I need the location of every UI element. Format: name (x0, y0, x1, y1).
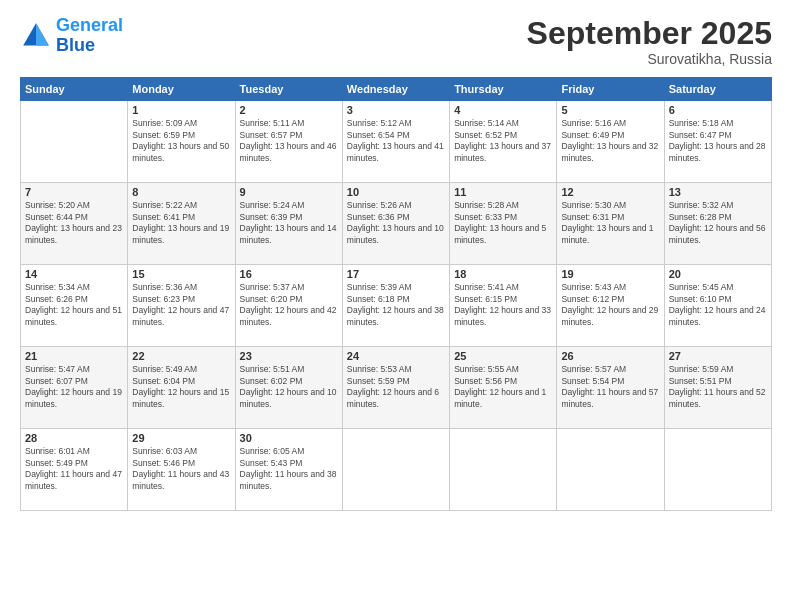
header-row: Sunday Monday Tuesday Wednesday Thursday… (21, 78, 772, 101)
day-info: Sunrise: 5:30 AM Sunset: 6:31 PM Dayligh… (561, 200, 659, 246)
day-number: 19 (561, 268, 659, 280)
day-info: Sunrise: 5:47 AM Sunset: 6:07 PM Dayligh… (25, 364, 123, 410)
day-info: Sunrise: 5:45 AM Sunset: 6:10 PM Dayligh… (669, 282, 767, 328)
day-info: Sunrise: 5:55 AM Sunset: 5:56 PM Dayligh… (454, 364, 552, 410)
calendar-day (664, 429, 771, 511)
calendar-day: 10Sunrise: 5:26 AM Sunset: 6:36 PM Dayli… (342, 183, 449, 265)
day-info: Sunrise: 5:16 AM Sunset: 6:49 PM Dayligh… (561, 118, 659, 164)
day-number: 6 (669, 104, 767, 116)
calendar-day: 28Sunrise: 6:01 AM Sunset: 5:49 PM Dayli… (21, 429, 128, 511)
day-info: Sunrise: 6:01 AM Sunset: 5:49 PM Dayligh… (25, 446, 123, 492)
day-info: Sunrise: 5:53 AM Sunset: 5:59 PM Dayligh… (347, 364, 445, 410)
day-number: 24 (347, 350, 445, 362)
day-info: Sunrise: 5:12 AM Sunset: 6:54 PM Dayligh… (347, 118, 445, 164)
calendar-day: 14Sunrise: 5:34 AM Sunset: 6:26 PM Dayli… (21, 265, 128, 347)
day-number: 25 (454, 350, 552, 362)
day-number: 28 (25, 432, 123, 444)
calendar-day: 25Sunrise: 5:55 AM Sunset: 5:56 PM Dayli… (450, 347, 557, 429)
day-number: 23 (240, 350, 338, 362)
day-number: 18 (454, 268, 552, 280)
day-number: 29 (132, 432, 230, 444)
day-number: 22 (132, 350, 230, 362)
calendar-day: 18Sunrise: 5:41 AM Sunset: 6:15 PM Dayli… (450, 265, 557, 347)
calendar-week-5: 28Sunrise: 6:01 AM Sunset: 5:49 PM Dayli… (21, 429, 772, 511)
day-number: 10 (347, 186, 445, 198)
day-number: 1 (132, 104, 230, 116)
day-info: Sunrise: 6:03 AM Sunset: 5:46 PM Dayligh… (132, 446, 230, 492)
day-info: Sunrise: 5:22 AM Sunset: 6:41 PM Dayligh… (132, 200, 230, 246)
month-title: September 2025 (527, 16, 772, 51)
day-info: Sunrise: 5:37 AM Sunset: 6:20 PM Dayligh… (240, 282, 338, 328)
header: General Blue September 2025 Surovatikha,… (20, 16, 772, 67)
calendar-day: 20Sunrise: 5:45 AM Sunset: 6:10 PM Dayli… (664, 265, 771, 347)
day-info: Sunrise: 5:43 AM Sunset: 6:12 PM Dayligh… (561, 282, 659, 328)
calendar-day: 30Sunrise: 6:05 AM Sunset: 5:43 PM Dayli… (235, 429, 342, 511)
day-number: 12 (561, 186, 659, 198)
day-info: Sunrise: 5:39 AM Sunset: 6:18 PM Dayligh… (347, 282, 445, 328)
col-sunday: Sunday (21, 78, 128, 101)
col-tuesday: Tuesday (235, 78, 342, 101)
calendar-day: 19Sunrise: 5:43 AM Sunset: 6:12 PM Dayli… (557, 265, 664, 347)
calendar-day: 5Sunrise: 5:16 AM Sunset: 6:49 PM Daylig… (557, 101, 664, 183)
calendar-day: 26Sunrise: 5:57 AM Sunset: 5:54 PM Dayli… (557, 347, 664, 429)
day-number: 16 (240, 268, 338, 280)
calendar-week-1: 1Sunrise: 5:09 AM Sunset: 6:59 PM Daylig… (21, 101, 772, 183)
day-info: Sunrise: 5:24 AM Sunset: 6:39 PM Dayligh… (240, 200, 338, 246)
day-number: 8 (132, 186, 230, 198)
calendar-day: 16Sunrise: 5:37 AM Sunset: 6:20 PM Dayli… (235, 265, 342, 347)
day-number: 17 (347, 268, 445, 280)
day-info: Sunrise: 5:20 AM Sunset: 6:44 PM Dayligh… (25, 200, 123, 246)
day-info: Sunrise: 5:49 AM Sunset: 6:04 PM Dayligh… (132, 364, 230, 410)
day-info: Sunrise: 5:51 AM Sunset: 6:02 PM Dayligh… (240, 364, 338, 410)
calendar-day: 1Sunrise: 5:09 AM Sunset: 6:59 PM Daylig… (128, 101, 235, 183)
calendar-day: 2Sunrise: 5:11 AM Sunset: 6:57 PM Daylig… (235, 101, 342, 183)
calendar-week-3: 14Sunrise: 5:34 AM Sunset: 6:26 PM Dayli… (21, 265, 772, 347)
day-number: 3 (347, 104, 445, 116)
calendar-day: 29Sunrise: 6:03 AM Sunset: 5:46 PM Dayli… (128, 429, 235, 511)
day-number: 5 (561, 104, 659, 116)
day-number: 20 (669, 268, 767, 280)
calendar-day: 3Sunrise: 5:12 AM Sunset: 6:54 PM Daylig… (342, 101, 449, 183)
title-block: September 2025 Surovatikha, Russia (527, 16, 772, 67)
day-number: 21 (25, 350, 123, 362)
day-info: Sunrise: 5:28 AM Sunset: 6:33 PM Dayligh… (454, 200, 552, 246)
calendar-table: Sunday Monday Tuesday Wednesday Thursday… (20, 77, 772, 511)
day-number: 7 (25, 186, 123, 198)
day-number: 2 (240, 104, 338, 116)
calendar-day: 7Sunrise: 5:20 AM Sunset: 6:44 PM Daylig… (21, 183, 128, 265)
calendar-day (450, 429, 557, 511)
logo-icon (20, 20, 52, 52)
col-thursday: Thursday (450, 78, 557, 101)
day-number: 30 (240, 432, 338, 444)
calendar-day: 23Sunrise: 5:51 AM Sunset: 6:02 PM Dayli… (235, 347, 342, 429)
day-info: Sunrise: 5:36 AM Sunset: 6:23 PM Dayligh… (132, 282, 230, 328)
calendar-day: 11Sunrise: 5:28 AM Sunset: 6:33 PM Dayli… (450, 183, 557, 265)
calendar-week-2: 7Sunrise: 5:20 AM Sunset: 6:44 PM Daylig… (21, 183, 772, 265)
day-info: Sunrise: 5:18 AM Sunset: 6:47 PM Dayligh… (669, 118, 767, 164)
day-number: 27 (669, 350, 767, 362)
col-friday: Friday (557, 78, 664, 101)
day-info: Sunrise: 5:32 AM Sunset: 6:28 PM Dayligh… (669, 200, 767, 246)
day-number: 4 (454, 104, 552, 116)
day-info: Sunrise: 5:34 AM Sunset: 6:26 PM Dayligh… (25, 282, 123, 328)
day-info: Sunrise: 5:57 AM Sunset: 5:54 PM Dayligh… (561, 364, 659, 410)
day-info: Sunrise: 6:05 AM Sunset: 5:43 PM Dayligh… (240, 446, 338, 492)
day-number: 11 (454, 186, 552, 198)
day-number: 26 (561, 350, 659, 362)
calendar-day: 8Sunrise: 5:22 AM Sunset: 6:41 PM Daylig… (128, 183, 235, 265)
day-number: 14 (25, 268, 123, 280)
calendar-day: 21Sunrise: 5:47 AM Sunset: 6:07 PM Dayli… (21, 347, 128, 429)
day-info: Sunrise: 5:09 AM Sunset: 6:59 PM Dayligh… (132, 118, 230, 164)
calendar-day: 4Sunrise: 5:14 AM Sunset: 6:52 PM Daylig… (450, 101, 557, 183)
day-number: 9 (240, 186, 338, 198)
col-saturday: Saturday (664, 78, 771, 101)
calendar-day (21, 101, 128, 183)
logo-text: General Blue (56, 16, 123, 56)
calendar-day: 13Sunrise: 5:32 AM Sunset: 6:28 PM Dayli… (664, 183, 771, 265)
day-info: Sunrise: 5:11 AM Sunset: 6:57 PM Dayligh… (240, 118, 338, 164)
calendar-day: 12Sunrise: 5:30 AM Sunset: 6:31 PM Dayli… (557, 183, 664, 265)
day-info: Sunrise: 5:41 AM Sunset: 6:15 PM Dayligh… (454, 282, 552, 328)
calendar-day: 27Sunrise: 5:59 AM Sunset: 5:51 PM Dayli… (664, 347, 771, 429)
page: General Blue September 2025 Surovatikha,… (0, 0, 792, 612)
calendar-day: 9Sunrise: 5:24 AM Sunset: 6:39 PM Daylig… (235, 183, 342, 265)
